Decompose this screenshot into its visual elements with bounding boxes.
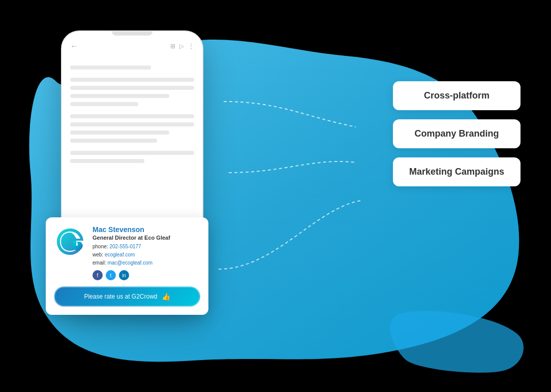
facebook-icon: f bbox=[93, 270, 103, 280]
linkedin-icon: in bbox=[119, 270, 129, 280]
forward-icon: ▷ bbox=[179, 43, 184, 50]
feature-marketing-campaigns[interactable]: Marketing Campaigns bbox=[393, 157, 521, 186]
signature-info: Mac Stevenson General Director at Eco Gl… bbox=[93, 225, 200, 280]
features-list: Cross-platform Company Branding Marketin… bbox=[393, 81, 521, 186]
signature-card: Mac Stevenson General Director at Eco Gl… bbox=[46, 217, 208, 315]
scene: ← ⊞ ▷ ⋮ bbox=[0, 0, 551, 392]
more-icon: ⋮ bbox=[188, 43, 194, 50]
signature-header: Mac Stevenson General Director at Eco Gl… bbox=[54, 225, 200, 280]
social-links: f t in bbox=[93, 270, 200, 280]
cta-text: Please rate us at G2Crowd bbox=[84, 293, 157, 300]
twitter-icon: t bbox=[106, 270, 116, 280]
attachment-icon: ⊞ bbox=[170, 43, 175, 50]
feature-cross-platform[interactable]: Cross-platform bbox=[393, 81, 521, 110]
signer-name: Mac Stevenson bbox=[93, 225, 200, 234]
signer-details: phone: 202-555-0177 web: ecogleaf.com em… bbox=[93, 243, 200, 267]
phone-toolbar: ← ⊞ ▷ ⋮ bbox=[70, 39, 194, 54]
phone-notch bbox=[112, 31, 152, 36]
signer-title: General Director at Eco Gleaf bbox=[93, 235, 200, 241]
email-content bbox=[62, 59, 202, 173]
feature-company-branding[interactable]: Company Branding bbox=[393, 119, 521, 148]
eco-gleaf-logo bbox=[54, 225, 86, 258]
cta-button[interactable]: Please rate us at G2Crowd 👍 bbox=[54, 286, 200, 307]
thumbs-up-icon: 👍 bbox=[162, 292, 170, 301]
back-icon: ← bbox=[70, 42, 78, 51]
phone-mockup: ← ⊞ ▷ ⋮ bbox=[61, 30, 203, 325]
toolbar-icons: ⊞ ▷ ⋮ bbox=[170, 43, 194, 50]
